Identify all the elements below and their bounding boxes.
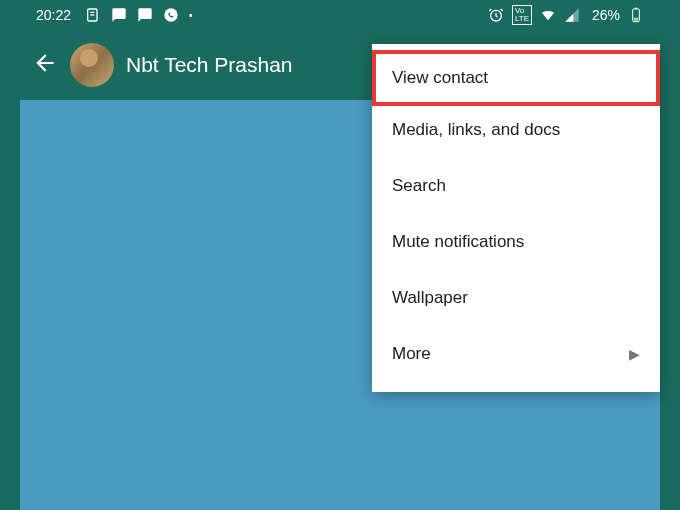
menu-item-label: Search — [392, 176, 446, 196]
menu-item-label: Mute notifications — [392, 232, 524, 252]
battery-text: 26% — [592, 7, 620, 23]
menu-item-wallpaper[interactable]: Wallpaper — [372, 270, 660, 326]
avatar[interactable] — [70, 43, 114, 87]
back-button[interactable] — [32, 50, 58, 80]
status-left-icons: • — [85, 7, 193, 23]
svg-point-3 — [164, 8, 177, 21]
status-right-icons: VoLTE 26% — [488, 5, 644, 25]
menu-item-label: Wallpaper — [392, 288, 468, 308]
dot-icon: • — [189, 10, 193, 21]
menu-item-more[interactable]: More ▶ — [372, 326, 660, 382]
menu-item-media[interactable]: Media, links, and docs — [372, 102, 660, 158]
battery-icon — [628, 7, 644, 23]
contact-name[interactable]: Nbt Tech Prashan — [126, 53, 293, 77]
menu-item-mute[interactable]: Mute notifications — [372, 214, 660, 270]
svg-rect-6 — [635, 8, 638, 9]
wifi-icon — [540, 7, 556, 23]
alarm-icon — [488, 7, 504, 23]
volte-icon: VoLTE — [512, 5, 532, 25]
menu-item-search[interactable]: Search — [372, 158, 660, 214]
chevron-right-icon: ▶ — [629, 346, 640, 362]
phone-frame: 20:22 • VoLTE — [20, 0, 660, 510]
status-bar: 20:22 • VoLTE — [20, 0, 660, 30]
chat-icon-2 — [137, 7, 153, 23]
status-time: 20:22 — [36, 7, 71, 23]
signal-icon — [564, 7, 580, 23]
notes-icon — [85, 7, 101, 23]
menu-item-label: View contact — [392, 68, 488, 88]
overflow-menu: View contact Media, links, and docs Sear… — [372, 44, 660, 392]
phone-icon — [163, 7, 179, 23]
chat-icon — [111, 7, 127, 23]
svg-rect-7 — [634, 18, 639, 21]
menu-item-view-contact[interactable]: View contact — [372, 50, 660, 106]
menu-item-label: Media, links, and docs — [392, 120, 560, 140]
menu-item-label: More — [392, 344, 431, 364]
